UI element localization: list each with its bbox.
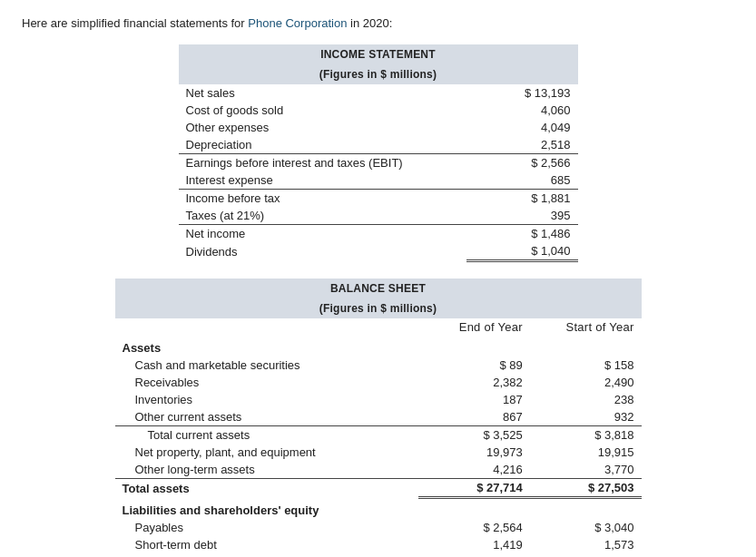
balance-row-soy [530, 336, 642, 357]
income-row-label: Cost of goods sold [179, 102, 467, 119]
balance-row-label: Other long-term assets [115, 461, 419, 479]
balance-row-soy: 1,573 [530, 536, 642, 553]
income-row-value: 2,518 [466, 136, 577, 154]
income-row-value: $ 13,193 [466, 84, 577, 102]
balance-row-label: Other current liabilities [115, 553, 419, 558]
balance-col-eoy: End of Year [418, 318, 530, 336]
balance-title1: BALANCE SHEET [115, 278, 642, 298]
income-row-value: 4,060 [466, 102, 577, 119]
income-statement-table: INCOME STATEMENT (Figures in $ millions)… [179, 44, 578, 262]
income-row-label: Dividends [179, 242, 467, 261]
balance-row-soy: 238 [530, 391, 642, 408]
balance-row-label: Cash and marketable securities [115, 357, 419, 374]
income-row-label: Other expenses [179, 119, 467, 136]
income-row-label: Net income [179, 225, 467, 243]
balance-col-label [115, 318, 419, 336]
balance-row-soy: 3,770 [530, 461, 642, 479]
balance-row-soy: 2,490 [530, 374, 642, 391]
balance-row-soy: $ 27,503 [530, 479, 642, 498]
income-row-label: Earnings before interest and taxes (EBIT… [179, 154, 467, 172]
income-row-label: Depreciation [179, 136, 467, 154]
income-row-value: 685 [466, 171, 577, 190]
balance-row-eoy: 867 [418, 408, 530, 426]
income-row-label: Taxes (at 21%) [179, 207, 467, 225]
balance-row-label: Payables [115, 519, 419, 536]
income-statement-wrapper: INCOME STATEMENT (Figures in $ millions)… [22, 44, 734, 262]
balance-row-label: Other current assets [115, 408, 419, 426]
income-title1: INCOME STATEMENT [179, 44, 578, 64]
balance-row-soy: $ 158 [530, 357, 642, 374]
balance-row-eoy [418, 498, 530, 519]
balance-col-soy: Start of Year [530, 318, 642, 336]
balance-row-eoy: $ 89 [418, 357, 530, 374]
income-row-value: $ 1,040 [466, 242, 577, 261]
balance-row-label: Liabilities and shareholders' equity [115, 498, 419, 519]
balance-row-eoy: 187 [418, 391, 530, 408]
income-row-value: 4,049 [466, 119, 577, 136]
balance-row-label: Assets [115, 336, 419, 357]
balance-title2: (Figures in $ millions) [115, 298, 642, 318]
balance-row-label: Short-term debt [115, 536, 419, 553]
balance-row-eoy: 1,419 [418, 536, 530, 553]
intro-text: Here are simplified financial statements… [22, 16, 734, 30]
balance-row-eoy: 4,216 [418, 461, 530, 479]
income-row-label: Interest expense [179, 171, 467, 190]
income-row-label: Net sales [179, 84, 467, 102]
income-row-value: 395 [466, 207, 577, 225]
balance-row-label: Net property, plant, and equipment [115, 444, 419, 461]
balance-row-label: Inventories [115, 391, 419, 408]
income-row-value: $ 2,566 [466, 154, 577, 172]
balance-row-soy: 787 [530, 553, 642, 558]
income-row-label: Income before tax [179, 190, 467, 208]
tables-container: INCOME STATEMENT (Figures in $ millions)… [22, 44, 734, 557]
balance-row-soy: 19,915 [530, 444, 642, 461]
balance-row-label: Total assets [115, 479, 419, 498]
income-title2: (Figures in $ millions) [179, 64, 578, 84]
balance-row-eoy: 811 [418, 553, 530, 558]
balance-row-soy [530, 498, 642, 519]
balance-row-soy: $ 3,040 [530, 519, 642, 536]
balance-row-eoy: 2,382 [418, 374, 530, 391]
balance-row-label: Receivables [115, 374, 419, 391]
balance-row-eoy [418, 336, 530, 357]
balance-row-eoy: $ 3,525 [418, 426, 530, 445]
balance-row-eoy: $ 27,714 [418, 479, 530, 498]
balance-row-soy: 932 [530, 408, 642, 426]
income-row-value: $ 1,486 [466, 225, 577, 243]
balance-sheet-table: BALANCE SHEET (Figures in $ millions) En… [115, 278, 642, 557]
balance-sheet-wrapper: BALANCE SHEET (Figures in $ millions) En… [22, 278, 734, 557]
balance-row-soy: $ 3,818 [530, 426, 642, 445]
balance-row-eoy: $ 2,564 [418, 519, 530, 536]
balance-row-eoy: 19,973 [418, 444, 530, 461]
income-row-value: $ 1,881 [466, 190, 577, 208]
balance-row-label: Total current assets [115, 426, 419, 445]
